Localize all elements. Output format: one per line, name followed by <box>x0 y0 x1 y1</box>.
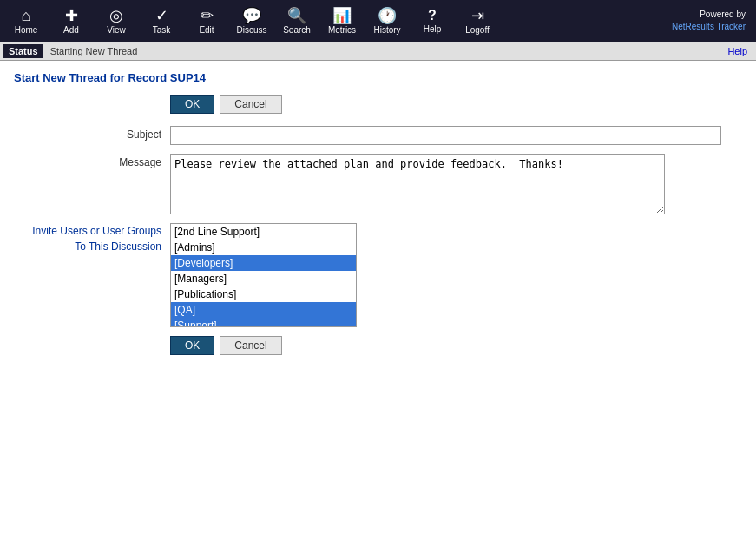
nav-edit-label: Edit <box>199 25 214 35</box>
nav-task[interactable]: ✓ Task <box>139 0 184 42</box>
subject-label: Subject <box>14 126 170 141</box>
nav-home[interactable]: ⌂ Home <box>3 0 49 42</box>
nav-logoff-label: Logoff <box>465 25 490 35</box>
nav-home-label: Home <box>15 25 38 35</box>
nav-help[interactable]: ? Help <box>410 0 455 42</box>
search-icon: 🔍 <box>287 8 306 23</box>
invite-listbox[interactable]: [2nd Line Support][Admins][Developers][M… <box>170 223 357 327</box>
top-button-row: OK Cancel <box>14 95 742 114</box>
cancel-button-bottom[interactable]: Cancel <box>220 336 281 355</box>
list-item[interactable]: [Developers] <box>171 255 356 271</box>
message-label: Message <box>14 154 170 168</box>
statusbar: Status Starting New Thread Help <box>0 42 756 61</box>
status-text: Starting New Thread <box>50 46 723 56</box>
product-name-link[interactable]: NetResults Tracker <box>672 22 746 31</box>
nav-metrics-label: Metrics <box>328 25 356 35</box>
nav-history[interactable]: 🕐 History <box>365 0 410 42</box>
list-item[interactable]: [QA] <box>171 302 356 318</box>
history-icon: 🕐 <box>378 8 397 23</box>
nav-history-label: History <box>373 25 400 35</box>
nav-logoff[interactable]: ⇥ Logoff <box>455 0 500 42</box>
list-item[interactable]: [Publications] <box>171 287 356 302</box>
add-icon: ✚ <box>65 8 78 23</box>
nav-task-label: Task <box>153 25 171 35</box>
nav-discuss[interactable]: 💬 Discuss <box>229 0 274 42</box>
help-icon: ? <box>428 9 437 23</box>
list-item[interactable]: [Admins] <box>171 240 356 255</box>
nav-view[interactable]: ◎ View <box>94 0 139 42</box>
ok-button-top[interactable]: OK <box>170 95 214 114</box>
home-icon: ⌂ <box>22 8 31 23</box>
page-title: Start New Thread for Record SUP14 <box>14 71 742 84</box>
message-textarea[interactable] <box>170 154 665 214</box>
list-item[interactable]: [2nd Line Support] <box>171 224 356 240</box>
status-badge: Status <box>3 44 43 58</box>
nav-help-label: Help <box>424 24 442 34</box>
nav-discuss-label: Discuss <box>236 25 266 35</box>
list-item[interactable]: [Managers] <box>171 271 356 287</box>
brand-area: Powered by NetResults Tracker <box>672 9 753 33</box>
powered-by-text: Powered by <box>700 10 746 19</box>
bottom-button-row: OK Cancel <box>14 336 742 355</box>
message-row: Message <box>14 154 742 214</box>
cancel-button-top[interactable]: Cancel <box>220 95 281 114</box>
invite-label-line1: Invite Users or User Groups <box>14 223 161 239</box>
discuss-icon: 💬 <box>242 8 261 23</box>
nav-search[interactable]: 🔍 Search <box>274 0 319 42</box>
nav-search-label: Search <box>283 25 311 35</box>
task-icon: ✓ <box>155 8 168 23</box>
subject-input[interactable] <box>170 126 721 145</box>
invite-row: Invite Users or User Groups To This Disc… <box>14 223 742 327</box>
metrics-icon: 📊 <box>332 8 352 23</box>
nav-view-label: View <box>107 25 126 35</box>
list-item[interactable]: [Support] <box>171 318 356 327</box>
invite-label-line2: To This Discussion <box>14 239 161 254</box>
help-link[interactable]: Help <box>722 46 753 56</box>
logoff-icon: ⇥ <box>471 8 484 23</box>
edit-icon: ✏ <box>201 8 214 23</box>
nav-add[interactable]: ✚ Add <box>49 0 94 42</box>
nav-add-label: Add <box>63 25 79 35</box>
nav-edit[interactable]: ✏ Edit <box>184 0 229 42</box>
main-content: Start New Thread for Record SUP14 OK Can… <box>0 61 756 378</box>
view-icon: ◎ <box>109 8 123 23</box>
ok-button-bottom[interactable]: OK <box>170 336 214 355</box>
nav-metrics[interactable]: 📊 Metrics <box>319 0 365 42</box>
invite-label: Invite Users or User Groups To This Disc… <box>14 223 170 254</box>
navbar: ⌂ Home ✚ Add ◎ View ✓ Task ✏ Edit 💬 Disc… <box>0 0 756 42</box>
subject-row: Subject <box>14 126 742 145</box>
